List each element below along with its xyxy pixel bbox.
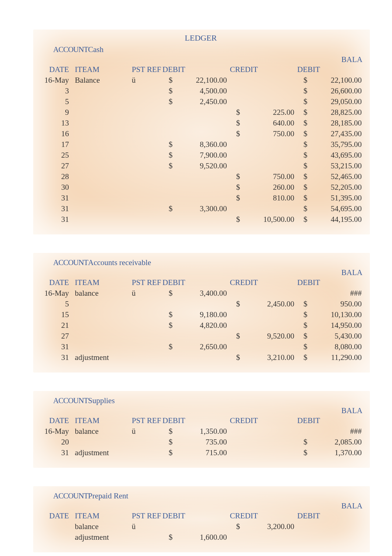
col-date-header: DATE (38, 511, 73, 521)
cell-credit-amount: 260.00 (241, 182, 296, 193)
cell-credit-currency: $ (228, 331, 242, 342)
account-line: ACCOUNTSupplies (53, 396, 363, 405)
cell-balance-amount: 27,435.00 (309, 128, 363, 139)
cell-balance-amount: 8,080.00 (309, 342, 363, 352)
table-row: 16-Maybalanceü$3,400.00### (38, 288, 363, 299)
cell-debit-amount: 4,820.00 (174, 320, 228, 331)
ledger-table: DATEITEAMPST REFDEBITCREDITDEBITbalanceü… (38, 511, 363, 543)
col-balance-header: DEBIT (296, 64, 363, 75)
table-row: balanceü$3,200.00 (38, 521, 363, 532)
cell-debit-currency: $ (161, 426, 174, 437)
cell-date: 27 (38, 161, 73, 171)
cell-pstref (130, 299, 161, 309)
col-debit-header: DEBIT (161, 277, 228, 288)
cell-debit-currency (161, 214, 174, 225)
cell-credit-currency: $ (228, 214, 242, 225)
cell-item (73, 320, 130, 331)
account-name: Accounts receivable (88, 258, 151, 267)
table-row: 31adjustment$3,210.00$11,290.00 (38, 352, 363, 363)
cell-balance-currency: $ (296, 161, 309, 171)
account-label: ACCOUNT (53, 45, 88, 54)
table-row: 9$225.00$28,825.00 (38, 107, 363, 118)
account-label: ACCOUNT (53, 258, 88, 267)
cell-credit-amount: 3,210.00 (241, 352, 296, 363)
table-row: 31$2,650.00$8,080.00 (38, 342, 363, 352)
cell-debit-currency: $ (161, 86, 174, 96)
cell-credit-currency: $ (228, 128, 242, 139)
cell-credit-currency: $ (228, 299, 242, 309)
ledger-account-section: ACCOUNTPrepaid RentBALADATEITEAMPST REFD… (33, 486, 370, 552)
cell-pstref (130, 352, 161, 363)
table-body: 16-Maybalanceü$3,400.00###5$2,450.00$950… (38, 288, 363, 363)
cell-credit-amount: 750.00 (241, 171, 296, 182)
table-row: 5$2,450.00$950.00 (38, 299, 363, 309)
cell-pstref: ü (130, 288, 161, 299)
cell-credit-currency: $ (228, 182, 242, 193)
cell-debit-currency: $ (161, 203, 174, 214)
cell-item: adjustment (73, 447, 130, 458)
cell-debit-amount (174, 107, 228, 118)
cell-debit-amount (174, 299, 228, 309)
cell-credit-amount (241, 86, 296, 96)
cell-item (73, 139, 130, 150)
balance-header: BALA (38, 406, 363, 415)
header-row: DATEITEAMPST REFDEBITCREDITDEBIT (38, 415, 363, 426)
cell-balance-amount: 52,465.00 (309, 171, 363, 182)
table-row: 16-MayBalanceü$22,100.00$22,100.00 (38, 75, 363, 86)
cell-date: 17 (38, 139, 73, 150)
account-name: Prepaid Rent (88, 491, 128, 500)
col-debit-header: DEBIT (161, 415, 228, 426)
cell-balance-amount: 14,950.00 (309, 320, 363, 331)
cell-debit-currency: $ (161, 161, 174, 171)
cell-debit-currency (161, 118, 174, 128)
table-row: 31adjustment$715.00$1,370.00 (38, 447, 363, 458)
ledger-table: DATEITEAMPST REFDEBITCREDITDEBIT16-Mayba… (38, 277, 363, 363)
cell-date: 9 (38, 107, 73, 118)
cell-balance-currency (296, 426, 309, 437)
cell-debit-amount: 715.00 (174, 447, 228, 458)
cell-item (73, 182, 130, 193)
cell-credit-currency: $ (228, 352, 242, 363)
account-name: Cash (88, 45, 104, 54)
col-balance-header: DEBIT (296, 511, 363, 521)
cell-credit-currency (228, 96, 242, 107)
cell-item: balance (73, 426, 130, 437)
cell-date: 16 (38, 128, 73, 139)
cell-debit-currency (161, 331, 174, 342)
ledger-account-section: ACCOUNTAccounts receivableBALADATEITEAMP… (33, 253, 370, 373)
cell-item (73, 107, 130, 118)
table-body: 16-MayBalanceü$22,100.00$22,100.003$4,50… (38, 75, 363, 225)
cell-pstref (130, 309, 161, 320)
cell-debit-amount: 2,450.00 (174, 96, 228, 107)
col-item-header: ITEAM (73, 415, 130, 426)
table-row: 16$750.00$27,435.00 (38, 128, 363, 139)
table-row: 17$8,360.00$35,795.00 (38, 139, 363, 150)
cell-pstref (130, 150, 161, 161)
account-label: ACCOUNT (53, 396, 88, 405)
cell-balance-amount: 29,050.00 (309, 96, 363, 107)
cell-date: 27 (38, 331, 73, 342)
table-row: 16-Maybalanceü$1,350.00### (38, 426, 363, 437)
cell-credit-currency (228, 447, 242, 458)
table-head: DATEITEAMPST REFDEBITCREDITDEBIT (38, 277, 363, 288)
account-label: ACCOUNT (53, 491, 88, 500)
cell-balance-amount: 26,600.00 (309, 86, 363, 96)
cell-pstref (130, 139, 161, 150)
table-row: 5$2,450.00$29,050.00 (38, 96, 363, 107)
cell-debit-amount: 9,520.00 (174, 161, 228, 171)
cell-credit-amount (241, 161, 296, 171)
table-head: DATEITEAMPST REFDEBITCREDITDEBIT (38, 64, 363, 75)
cell-item: balance (73, 288, 130, 299)
cell-balance-amount: 1,370.00 (309, 447, 363, 458)
cell-balance-amount: ### (309, 288, 363, 299)
cell-debit-currency: $ (161, 437, 174, 447)
cell-item (73, 118, 130, 128)
cell-debit-currency (161, 107, 174, 118)
table-row: 31$810.00$51,395.00 (38, 193, 363, 203)
cell-item (73, 171, 130, 182)
cell-date: 31 (38, 203, 73, 214)
cell-credit-currency (228, 426, 242, 437)
cell-balance-amount: 44,195.00 (309, 214, 363, 225)
cell-credit-amount (241, 532, 296, 543)
cell-item (73, 161, 130, 171)
